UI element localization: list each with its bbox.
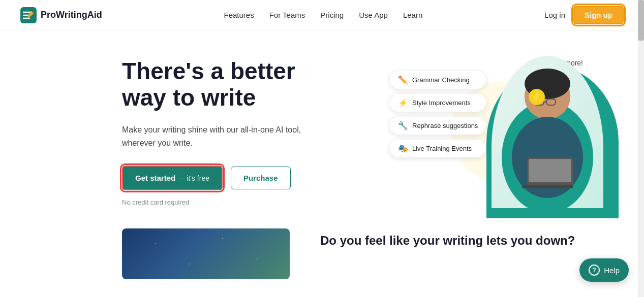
help-label: Help	[604, 266, 620, 275]
help-button[interactable]: ? Help	[579, 258, 629, 282]
nav-learn[interactable]: Learn	[403, 11, 422, 19]
feature-bubble-grammar: ✏️ Grammar Checking	[390, 71, 486, 89]
nav-use-app[interactable]: Use App	[359, 11, 388, 19]
training-icon: 🎭	[398, 144, 408, 153]
logo-icon	[20, 7, 37, 23]
login-link[interactable]: Log in	[544, 11, 565, 19]
feature-bubbles: ✏️ Grammar Checking ⚡ Style Improvements…	[390, 71, 486, 157]
bottom-text-area: Do you feel like your writing lets you d…	[320, 228, 575, 248]
nav-for-teams[interactable]: For Teams	[269, 11, 305, 19]
bottom-section: Do you feel like your writing lets you d…	[0, 223, 644, 289]
hero-buttons: Get started — it's free Purchase	[122, 166, 335, 190]
help-circle-icon: ?	[589, 265, 600, 276]
nav-features[interactable]: Features	[224, 11, 254, 19]
navbar: ProWritingAid Features For Teams Pricing…	[0, 0, 644, 30]
feature-bubble-style: ⚡ Style Improvements	[390, 94, 486, 112]
nav-pricing[interactable]: Pricing	[320, 11, 344, 19]
style-icon: ⚡	[398, 98, 408, 108]
grammar-icon: ✏️	[398, 75, 408, 85]
svg-rect-10	[522, 185, 573, 188]
brand-name: ProWritingAid	[41, 10, 102, 20]
rephrase-icon: 🔧	[398, 121, 408, 130]
nav-links: Features For Teams Pricing Use App Learn	[224, 11, 423, 19]
svg-rect-9	[529, 159, 571, 182]
nav-actions: Log in Sign up	[544, 6, 624, 24]
feature-bubble-rephrase: 🔧 Rephrase suggestions	[390, 117, 486, 135]
hero-title: There's a better way to write	[122, 58, 335, 112]
feature-bubble-training: 🎭 Live Training Events	[390, 140, 486, 157]
logo-link[interactable]: ProWritingAid	[20, 7, 102, 23]
purchase-button[interactable]: Purchase	[231, 167, 291, 189]
starry-night-image	[122, 228, 290, 279]
hero-subtitle: Make your writing shine with our all-in-…	[122, 123, 335, 149]
no-credit-text: No credit card required	[122, 199, 335, 206]
star-badge: ⭐	[529, 89, 545, 105]
signup-button[interactable]: Sign up	[573, 6, 624, 24]
free-text: — it's free	[177, 174, 209, 182]
hero-section: There's a better way to write Make your …	[0, 30, 644, 223]
bottom-question: Do you feel like your writing lets you d…	[320, 234, 575, 248]
get-started-button[interactable]: Get started — it's free	[122, 166, 223, 190]
hero-image-area: ✏️ Grammar Checking ⚡ Style Improvements…	[359, 51, 624, 213]
hero-content: There's a better way to write Make your …	[122, 58, 335, 207]
bottom-image	[122, 228, 290, 279]
